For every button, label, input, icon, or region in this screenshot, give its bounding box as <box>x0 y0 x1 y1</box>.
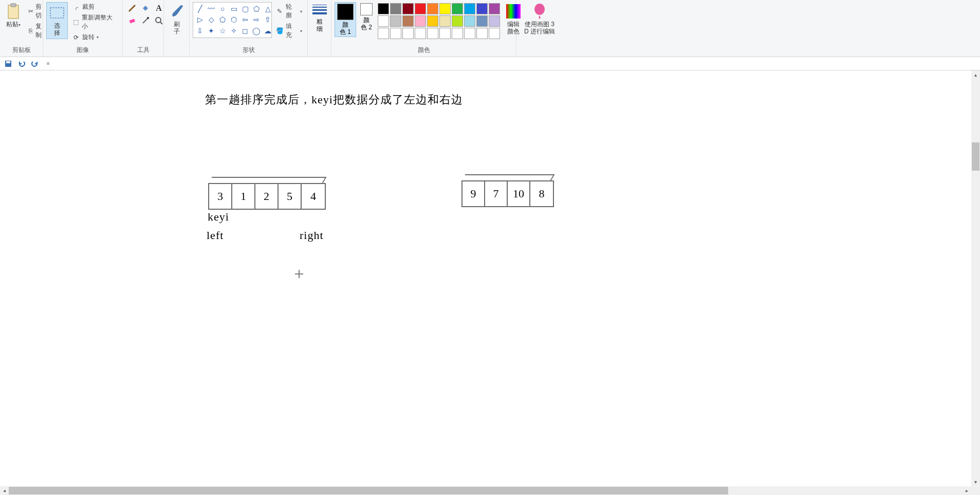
undo-button[interactable] <box>16 59 27 69</box>
group-image: 选 择 ⌌ 裁剪 ⬚ 重新调整大小 ⟳ 旋转▾ 图像 <box>43 0 123 57</box>
color-swatch[interactable] <box>415 15 426 27</box>
group-tools: A 工具 <box>123 0 164 57</box>
svg-rect-12 <box>6 61 10 63</box>
paste-label: 粘贴 <box>6 21 19 28</box>
vertical-scroll-thumb[interactable] <box>972 142 979 171</box>
rotate-button[interactable]: ⟳ 旋转▾ <box>70 32 119 42</box>
brush-button[interactable]: 刷 子 <box>167 2 187 36</box>
select-icon <box>49 5 65 21</box>
color-swatch[interactable] <box>452 3 463 14</box>
scroll-right-button[interactable]: ▸ <box>963 486 971 495</box>
horizontal-scroll-thumb[interactable] <box>9 487 728 494</box>
paint3d-label: 使用画图 3 D 进行编辑 <box>524 21 555 35</box>
left-array: 31254 <box>208 183 326 210</box>
color-swatch[interactable] <box>415 3 426 14</box>
color-swatch[interactable] <box>378 28 389 39</box>
copy-icon: ⎘ <box>28 27 33 35</box>
color-swatch[interactable] <box>427 15 438 27</box>
redo-button[interactable] <box>30 59 40 69</box>
quick-access-toolbar: ≡ <box>0 57 980 70</box>
array-cell: 4 <box>302 184 325 209</box>
scissors-icon: ✂ <box>28 7 33 15</box>
array-cell: 1 <box>232 184 255 209</box>
fill-label: 填充 <box>286 22 298 40</box>
group-shapes: ╱〰○▭▢⬠△ ▷◇⬠⬡⇦⇨⇧ ⇩✦☆✧◻◯☁ ▴▾▾ ✎ 轮廓▾ 🪣 填充▾ … <box>190 0 308 57</box>
shapes-gallery[interactable]: ╱〰○▭▢⬠△ ▷◇⬠⬡⇦⇨⇧ ⇩✦☆✧◻◯☁ ▴▾▾ <box>193 2 272 38</box>
stroke-width-button[interactable]: 粗 细 <box>309 2 330 33</box>
resize-label: 重新调整大小 <box>82 13 117 31</box>
color-swatch[interactable] <box>390 28 401 39</box>
svg-rect-4 <box>130 19 135 23</box>
fill-tool[interactable] <box>140 3 151 13</box>
svg-rect-2 <box>50 8 64 18</box>
svg-line-8 <box>160 22 162 24</box>
outline-button[interactable]: ✎ 轮廓▾ <box>274 2 304 21</box>
color-swatch[interactable] <box>476 3 488 14</box>
crop-button[interactable]: ⌌ 裁剪 <box>70 2 119 12</box>
color2-button[interactable]: 颜 色 2 <box>358 2 375 32</box>
color-swatch[interactable] <box>464 28 475 39</box>
horizontal-scrollbar[interactable]: ◂ ▸ <box>0 486 971 495</box>
color-swatch[interactable] <box>390 15 401 27</box>
color1-button[interactable]: 颜 色 1 <box>335 2 356 37</box>
color2-swatch <box>360 3 373 15</box>
ribbon: 粘贴▾ ✂ 剪切 ⎘ 复制 剪贴板 选 择 <box>0 0 980 57</box>
scroll-left-button[interactable]: ◂ <box>0 486 9 495</box>
svg-rect-0 <box>8 5 19 19</box>
group-brush: 刷 子 <box>164 0 190 57</box>
select-label: 选 择 <box>54 22 60 36</box>
color-swatch[interactable] <box>439 28 451 39</box>
color-swatch[interactable] <box>415 28 426 39</box>
color-swatch[interactable] <box>390 3 401 14</box>
color-swatch[interactable] <box>464 3 475 14</box>
color-swatch[interactable] <box>489 28 500 39</box>
color-swatch[interactable] <box>427 3 438 14</box>
color-swatch[interactable] <box>402 28 414 39</box>
group-clipboard: 粘贴▾ ✂ 剪切 ⎘ 复制 剪贴板 <box>0 0 43 57</box>
paint3d-button[interactable]: 使用画图 3 D 进行编辑 <box>522 2 557 36</box>
color-swatch[interactable] <box>378 3 389 14</box>
magnify-tool[interactable] <box>154 15 164 26</box>
color-swatch[interactable] <box>439 15 451 27</box>
fill-button[interactable]: 🪣 填充▾ <box>274 22 304 40</box>
group-colors: 颜 色 1 颜 色 2 编辑 颜色 颜色 <box>331 0 516 57</box>
color-swatch[interactable] <box>402 3 414 14</box>
color-swatch[interactable] <box>452 28 463 39</box>
cursor-crosshair <box>295 270 303 278</box>
group-label-tools: 工具 <box>126 46 160 56</box>
color-swatch[interactable] <box>402 15 414 27</box>
right-label: right <box>300 229 324 242</box>
color-swatch[interactable] <box>489 3 500 14</box>
picker-tool[interactable] <box>140 15 151 26</box>
color-swatch[interactable] <box>489 15 500 27</box>
color1-label: 颜 色 1 <box>340 21 351 35</box>
array-cell: 3 <box>209 184 232 209</box>
color-swatch[interactable] <box>476 15 488 27</box>
color-swatch[interactable] <box>439 3 451 14</box>
resize-button[interactable]: ⬚ 重新调整大小 <box>70 13 119 31</box>
array-cell: 8 <box>530 181 553 206</box>
save-button[interactable] <box>3 59 13 69</box>
color-swatch[interactable] <box>476 28 488 39</box>
color1-swatch <box>337 4 354 20</box>
color-swatch[interactable] <box>378 15 389 27</box>
crop-icon: ⌌ <box>72 3 80 11</box>
outline-label: 轮廓 <box>286 3 298 20</box>
pencil-tool[interactable] <box>127 3 137 13</box>
text-tool[interactable]: A <box>154 3 164 13</box>
vertical-scrollbar[interactable]: ▴ ▾ <box>971 70 980 486</box>
scroll-up-button[interactable]: ▴ <box>971 70 980 79</box>
svg-point-6 <box>147 17 149 19</box>
scrollbar-corner <box>971 486 980 495</box>
group-label-clipboard: 剪贴板 <box>3 46 40 56</box>
canvas-area[interactable]: 第一趟排序完成后，keyi把数据分成了左边和右边 31254 keyi left… <box>0 70 971 486</box>
color-swatch[interactable] <box>427 28 438 39</box>
qat-customize[interactable]: ≡ <box>43 59 53 69</box>
paste-button[interactable]: 粘贴▾ <box>3 2 24 30</box>
keyi-label: keyi <box>208 210 229 224</box>
scroll-down-button[interactable]: ▾ <box>971 478 980 486</box>
color-swatch[interactable] <box>452 15 463 27</box>
select-button[interactable]: 选 择 <box>46 2 68 39</box>
color-swatch[interactable] <box>464 15 475 27</box>
eraser-tool[interactable] <box>127 15 137 26</box>
